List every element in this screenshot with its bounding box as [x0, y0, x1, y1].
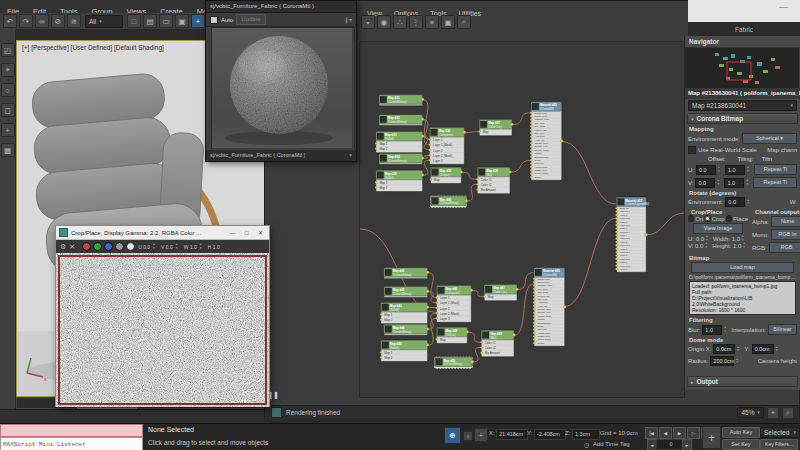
- node-cc2[interactable]: Map #47(Color Cor.)Map: [483, 285, 518, 301]
- node-bmps1[interactable]: Map #40(CoronaBitmap): [431, 196, 468, 207]
- node-output-port[interactable]: [645, 233, 648, 236]
- node-input-port[interactable]: [616, 241, 618, 243]
- x-coordinate-field[interactable]: 21.418cm: [496, 429, 528, 440]
- selection-filter-dropdown[interactable]: All▾: [85, 15, 123, 28]
- select-and-link-icon[interactable]: ∞: [35, 14, 49, 28]
- dome-origin-x-field[interactable]: 0.0cm: [713, 344, 735, 354]
- node-input-port[interactable]: [533, 291, 535, 293]
- go-to-start-button[interactable]: |◀: [645, 427, 658, 439]
- node-bmp4[interactable]: Map #41(CoronaBitmap): [384, 268, 429, 279]
- node-graph-canvas[interactable]: Map #31(CoronaBitmap)Map #32(CoronaBitma…: [359, 41, 685, 398]
- rollout-corona-bitmap[interactable]: ▾Corona Bitmap: [687, 113, 798, 124]
- node-output-port[interactable]: [509, 171, 512, 174]
- sme-move-children-icon[interactable]: ∴: [393, 15, 407, 29]
- node-input-port[interactable]: [533, 332, 535, 334]
- node-fal1[interactable]: Map #33(Falloff)Map 1Map 2: [375, 132, 424, 153]
- node-bmp2[interactable]: Map #32(CoronaBitmap): [379, 115, 424, 126]
- green-channel-icon[interactable]: [93, 242, 102, 251]
- node-input-port[interactable]: [533, 301, 535, 303]
- node-input-port[interactable]: [429, 149, 431, 151]
- node-input-port[interactable]: [533, 342, 535, 344]
- crop-radio[interactable]: [704, 215, 710, 222]
- u-offset-field[interactable]: 0.0: [696, 165, 716, 175]
- mono-output-select[interactable]: RGB In: [771, 229, 800, 240]
- set-key-button[interactable]: Set Key: [722, 439, 760, 450]
- node-input-port[interactable]: [616, 251, 618, 253]
- frame-forward-spinner[interactable]: ►: [682, 439, 692, 450]
- key-filters-button[interactable]: Key Filters...: [760, 439, 798, 450]
- node-input-port[interactable]: [530, 135, 532, 137]
- snap-toggle-icon[interactable]: ⌖: [1, 63, 15, 77]
- viewport-layout-icon[interactable]: ◰: [1, 43, 15, 57]
- node-input-port[interactable]: [375, 142, 377, 144]
- crop-h-field[interactable]: H 1.0: [208, 244, 220, 250]
- node-input-port[interactable]: [530, 122, 532, 124]
- node-input-port[interactable]: [533, 305, 535, 307]
- canvas-zoom-dropdown[interactable]: 45%▾: [737, 407, 764, 418]
- node-input-port[interactable]: [533, 339, 535, 341]
- node-output-port[interactable]: [511, 123, 514, 126]
- node-fal3[interactable]: Map #43(Falloff)Map 1Map 2: [380, 302, 429, 323]
- node-output-port[interactable]: [421, 157, 424, 160]
- node-bmps2[interactable]: Map #50(CoronaBitmap): [435, 357, 474, 368]
- node-input-port[interactable]: [530, 129, 532, 131]
- update-button[interactable]: Update: [236, 14, 265, 25]
- sme-pick-material-icon[interactable]: ◉: [377, 15, 391, 29]
- node-input-port[interactable]: [616, 227, 618, 229]
- sme-zoom-tool-icon[interactable]: ⌕: [457, 15, 471, 29]
- use-real-world-checkbox[interactable]: [688, 146, 696, 154]
- track-bar[interactable]: [0, 409, 264, 424]
- add-time-tag[interactable]: Add Time Tag: [593, 441, 630, 447]
- node-output-port[interactable]: [421, 98, 424, 101]
- alpha-channel-icon[interactable]: [115, 242, 124, 251]
- node-input-port[interactable]: [616, 207, 618, 209]
- preview-options-icon[interactable]: ❙▾: [344, 16, 352, 23]
- node-input-port[interactable]: [375, 186, 377, 188]
- node-output-port[interactable]: [471, 360, 474, 363]
- node-input-port[interactable]: [616, 231, 618, 233]
- node-output-port[interactable]: [563, 306, 566, 309]
- node-input-port[interactable]: [616, 234, 618, 236]
- node-input-port[interactable]: [380, 351, 382, 353]
- node-bmp5[interactable]: Map #42(CoronaBitmap): [384, 287, 429, 298]
- node-input-port[interactable]: [616, 214, 618, 216]
- node-input-port[interactable]: [380, 356, 382, 358]
- square-tool-icon[interactable]: ◻: [1, 103, 15, 117]
- selected-set-dropdown[interactable]: Selected▾: [760, 427, 800, 438]
- z-coordinate-field[interactable]: 1.3cm: [572, 429, 600, 440]
- navigator-minimap[interactable]: [685, 48, 799, 88]
- select-and-move-icon[interactable]: +: [191, 14, 205, 28]
- crop-on-radio[interactable]: [688, 215, 694, 222]
- blur-field[interactable]: 1.0: [702, 325, 722, 335]
- node-output-port[interactable]: [426, 271, 429, 274]
- v-offset-field[interactable]: 0.0: [695, 178, 715, 188]
- node-out2[interactable]: Map #48(Output)Map: [436, 327, 469, 343]
- sme-layout-all-icon[interactable]: ≡: [425, 15, 439, 29]
- node-input-port[interactable]: [530, 156, 532, 158]
- rectangular-selection-icon[interactable]: ▭: [159, 14, 173, 28]
- rgb-output-select[interactable]: RGB: [769, 242, 800, 253]
- u-tiling-field[interactable]: 1.0: [725, 165, 745, 175]
- crop-w-field[interactable]: W 1.0: [184, 244, 197, 250]
- node-input-port[interactable]: [530, 166, 532, 168]
- selection-filter-icon[interactable]: ▣: [175, 14, 189, 28]
- unlink-selection-icon[interactable]: ⊘: [51, 14, 65, 28]
- node-input-port[interactable]: [530, 132, 532, 134]
- crop-close-button[interactable]: ✕: [255, 229, 266, 236]
- node-output-port[interactable]: [460, 171, 463, 174]
- v-tiling-field[interactable]: 1.0: [724, 178, 744, 188]
- node-input-port[interactable]: [616, 258, 618, 260]
- viewport-label[interactable]: [+] [Perspective] [User Defined] [Defaul…: [22, 44, 164, 51]
- node-input-port[interactable]: [436, 297, 438, 299]
- node-input-port[interactable]: [616, 261, 618, 263]
- navigator-header[interactable]: Navigator: [685, 36, 800, 48]
- crop-minimize-button[interactable]: —: [227, 230, 238, 236]
- zoom-region-icon[interactable]: ⌕: [782, 407, 794, 419]
- red-channel-icon[interactable]: [82, 242, 91, 251]
- sme-hide-unused-slots-icon[interactable]: ⋮: [409, 15, 423, 29]
- blue-channel-icon[interactable]: [104, 242, 113, 251]
- view-image-button[interactable]: View Image: [693, 223, 743, 234]
- node-output-port[interactable]: [426, 344, 429, 347]
- node-cmp2[interactable]: Map #46(Composite)Layer 1Layer 1 (Mask)L…: [436, 286, 473, 323]
- grid-toggle-icon[interactable]: ▦: [1, 143, 15, 157]
